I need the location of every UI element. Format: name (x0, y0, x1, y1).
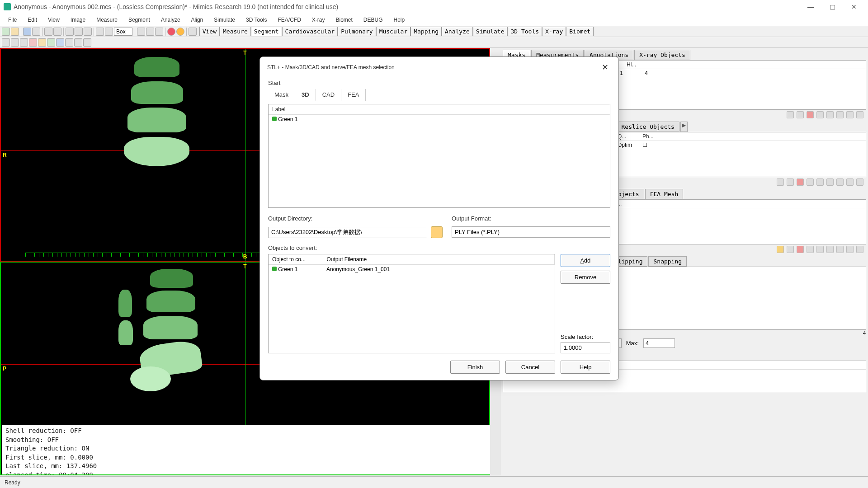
minimize-button[interactable]: — (800, 0, 821, 14)
mode-tab-biomet[interactable]: Biomet (566, 27, 594, 36)
mode-tab-cardiovascular[interactable]: Cardiovascular (282, 27, 338, 36)
menu-measure[interactable]: Measure (91, 15, 123, 25)
menu-simulate[interactable]: Simulate (208, 15, 241, 25)
mode-tab-segment[interactable]: Segment (251, 27, 282, 36)
action-icon[interactable] (807, 246, 814, 253)
mode-tab-analyze[interactable]: Analyze (442, 27, 473, 36)
help-icon[interactable] (176, 28, 184, 36)
delete-icon[interactable] (797, 178, 804, 186)
print-icon[interactable] (32, 28, 40, 36)
menu-xray[interactable]: X-ray (307, 15, 330, 25)
mode-tab-simulate[interactable]: Simulate (473, 27, 508, 36)
delete-icon[interactable] (797, 246, 804, 253)
menu-debug[interactable]: DEBUG (358, 15, 388, 25)
menu-feacfd[interactable]: FEA/CFD (272, 15, 306, 25)
refresh-icon[interactable] (96, 28, 104, 36)
tool-icon[interactable] (20, 38, 28, 47)
zoom-in-icon[interactable] (137, 28, 145, 36)
action-icon[interactable] (826, 246, 834, 253)
open-icon[interactable] (11, 28, 19, 36)
action-icon[interactable] (826, 178, 834, 186)
action-icon[interactable] (836, 246, 844, 253)
menu-help[interactable]: Help (388, 15, 410, 25)
menu-align[interactable]: Align (186, 15, 209, 25)
tool-icon[interactable] (38, 38, 46, 47)
max-input[interactable] (643, 338, 675, 348)
tab-snapping[interactable]: Snapping (648, 256, 687, 267)
layout-icon[interactable] (189, 28, 197, 36)
tab-fea-mesh[interactable]: FEA Mesh (645, 189, 684, 199)
objects-table[interactable]: Object to co...Output Filename Green 1 A… (268, 254, 555, 353)
menu-edit[interactable]: Edit (22, 15, 42, 25)
action-icon[interactable] (816, 246, 824, 253)
scale-input[interactable] (561, 342, 610, 353)
undo-icon[interactable] (44, 28, 52, 36)
output-dir-input[interactable] (268, 227, 427, 238)
close-button[interactable]: ✕ (844, 0, 864, 14)
tool-icon[interactable] (47, 38, 55, 47)
maximize-button[interactable]: ▢ (822, 0, 843, 14)
tool-icon[interactable] (66, 28, 74, 36)
action-icon[interactable] (836, 111, 844, 118)
output-format-select[interactable]: PLY Files (*.PLY) (452, 226, 610, 238)
menu-file[interactable]: File (3, 15, 22, 25)
dialog-close-button[interactable]: ✕ (599, 62, 611, 72)
delete-icon[interactable] (807, 111, 814, 118)
action-icon[interactable] (816, 111, 824, 118)
scroll-right-icon[interactable]: ▶ (680, 122, 688, 132)
mode-tab-3d tools[interactable]: 3D Tools (507, 27, 542, 36)
remove-button[interactable]: Remove (561, 271, 610, 284)
browse-button[interactable] (431, 226, 443, 238)
help-button[interactable]: Help (561, 361, 610, 374)
menu-analyze[interactable]: Analyze (156, 15, 186, 25)
source-item[interactable]: Green 1 (269, 115, 610, 124)
mode-tab-mapping[interactable]: Mapping (410, 27, 442, 36)
tool-icon[interactable] (2, 38, 10, 47)
cancel-button[interactable]: Cancel (505, 361, 555, 374)
mode-tab-view[interactable]: View (199, 27, 220, 36)
mode-tab-x-ray[interactable]: X-ray (542, 27, 566, 36)
action-icon[interactable] (816, 178, 824, 186)
tool-icon[interactable] (65, 38, 73, 47)
action-icon[interactable] (826, 111, 834, 118)
menu-icon[interactable] (856, 178, 863, 186)
action-icon[interactable] (787, 246, 794, 253)
tab-mask[interactable]: Mask (268, 89, 295, 101)
source-list[interactable]: Label Green 1 (268, 104, 610, 208)
tool-icon[interactable] (74, 38, 82, 47)
selection-mode-select[interactable]: Box (114, 28, 132, 36)
object-row[interactable]: Green 1 Anonymous_Green 1_001 (269, 265, 555, 274)
menu-icon[interactable] (856, 246, 863, 253)
menu-3dtools[interactable]: 3D Tools (241, 15, 272, 25)
zoom-out-icon[interactable] (146, 28, 154, 36)
fit-icon[interactable] (155, 28, 163, 36)
finish-button[interactable]: Finish (450, 361, 500, 374)
tab-fea[interactable]: FEA (341, 89, 366, 101)
action-icon[interactable] (846, 111, 854, 118)
action-icon[interactable] (846, 178, 854, 186)
tab-reslice-objects[interactable]: Reslice Objects (617, 122, 679, 132)
add-button[interactable]: Add (561, 254, 610, 267)
tool-icon[interactable] (11, 38, 19, 47)
redo-icon[interactable] (53, 28, 61, 36)
save-icon[interactable] (23, 28, 31, 36)
record-icon[interactable] (167, 28, 175, 36)
new-icon[interactable] (2, 28, 10, 36)
tool-icon[interactable] (84, 28, 92, 36)
action-icon[interactable] (777, 178, 784, 186)
action-icon[interactable] (777, 246, 784, 253)
tool-icon[interactable] (83, 38, 91, 47)
menu-image[interactable]: Image (65, 15, 91, 25)
menu-view[interactable]: View (42, 15, 65, 25)
mode-tab-muscular[interactable]: Muscular (376, 27, 411, 36)
tool-icon[interactable] (75, 28, 83, 36)
tab-3d[interactable]: 3D (295, 89, 316, 101)
action-icon[interactable] (846, 246, 854, 253)
action-icon[interactable] (807, 178, 814, 186)
tab-cad[interactable]: CAD (316, 89, 341, 101)
menu-icon[interactable] (856, 111, 863, 118)
mode-tab-measure[interactable]: Measure (220, 27, 251, 36)
tab-xray-objects[interactable]: X-ray Objects (634, 50, 690, 60)
plus-icon[interactable] (105, 28, 113, 36)
tool-icon[interactable] (56, 38, 64, 47)
